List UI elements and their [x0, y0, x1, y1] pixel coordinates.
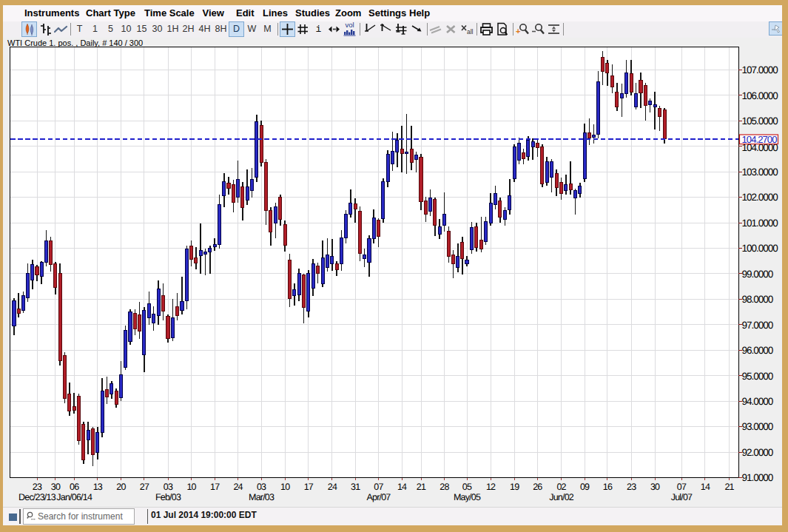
svg-text:99.0000: 99.0000 — [742, 269, 773, 280]
svg-text:14: 14 — [701, 482, 710, 492]
svg-text:07: 07 — [677, 482, 687, 492]
svg-text:Jul/07: Jul/07 — [671, 492, 693, 502]
svg-text:21: 21 — [724, 482, 734, 492]
svg-text:21: 21 — [417, 482, 426, 492]
svg-text:Mar/03: Mar/03 — [249, 492, 275, 502]
svg-text:05: 05 — [462, 482, 472, 492]
svg-text:26: 26 — [533, 482, 542, 492]
svg-text:103.0000: 103.0000 — [742, 166, 778, 178]
svg-text:102.0000: 102.0000 — [742, 192, 778, 203]
svg-text:07: 07 — [374, 482, 383, 492]
svg-text:105.0000: 105.0000 — [742, 115, 778, 127]
svg-text:93.0000: 93.0000 — [742, 421, 773, 432]
svg-text:19: 19 — [510, 482, 519, 492]
svg-text:03: 03 — [257, 482, 266, 492]
svg-text:02: 02 — [556, 482, 566, 492]
svg-text:28: 28 — [440, 482, 449, 492]
svg-text:May/05: May/05 — [454, 492, 481, 502]
svg-text:96.0000: 96.0000 — [742, 345, 773, 356]
svg-text:Jun/02: Jun/02 — [549, 492, 574, 502]
svg-text:17: 17 — [304, 482, 314, 492]
svg-text:10: 10 — [186, 482, 196, 492]
svg-text:92.0000: 92.0000 — [742, 447, 773, 458]
svg-text:104.2700: 104.2700 — [742, 134, 778, 145]
svg-text:10: 10 — [280, 482, 290, 492]
svg-text:09: 09 — [580, 482, 590, 492]
svg-text:94.0000: 94.0000 — [742, 396, 773, 407]
svg-text:27: 27 — [140, 482, 149, 492]
svg-text:95.0000: 95.0000 — [742, 371, 773, 382]
svg-text:Apr/07: Apr/07 — [366, 492, 391, 502]
svg-text:101.0000: 101.0000 — [742, 218, 778, 229]
svg-text:30: 30 — [51, 482, 61, 492]
svg-text:Dec/23/13: Dec/23/13 — [18, 492, 56, 502]
svg-text:100.0000: 100.0000 — [742, 243, 778, 254]
svg-text:Feb/03: Feb/03 — [155, 492, 181, 502]
svg-text:24: 24 — [233, 482, 243, 492]
svg-text:31: 31 — [351, 482, 360, 492]
svg-text:03: 03 — [164, 482, 173, 492]
svg-text:98.0000: 98.0000 — [742, 294, 773, 305]
svg-text:107.0000: 107.0000 — [742, 64, 778, 75]
svg-text:106.0000: 106.0000 — [742, 90, 778, 101]
svg-text:91.0000: 91.0000 — [742, 472, 773, 483]
svg-text:23: 23 — [627, 482, 636, 492]
svg-text:24: 24 — [328, 482, 337, 492]
svg-text:12: 12 — [486, 482, 496, 492]
svg-text:23: 23 — [33, 482, 42, 492]
svg-text:97.0000: 97.0000 — [742, 320, 773, 331]
svg-text:20: 20 — [116, 482, 126, 492]
svg-text:Jan/06/14: Jan/06/14 — [56, 492, 92, 502]
svg-text:17: 17 — [210, 482, 220, 492]
svg-text:14: 14 — [397, 482, 407, 492]
svg-text:16: 16 — [603, 482, 613, 492]
svg-text:13: 13 — [93, 482, 103, 492]
svg-text:30: 30 — [650, 482, 660, 492]
svg-text:06: 06 — [70, 482, 79, 492]
